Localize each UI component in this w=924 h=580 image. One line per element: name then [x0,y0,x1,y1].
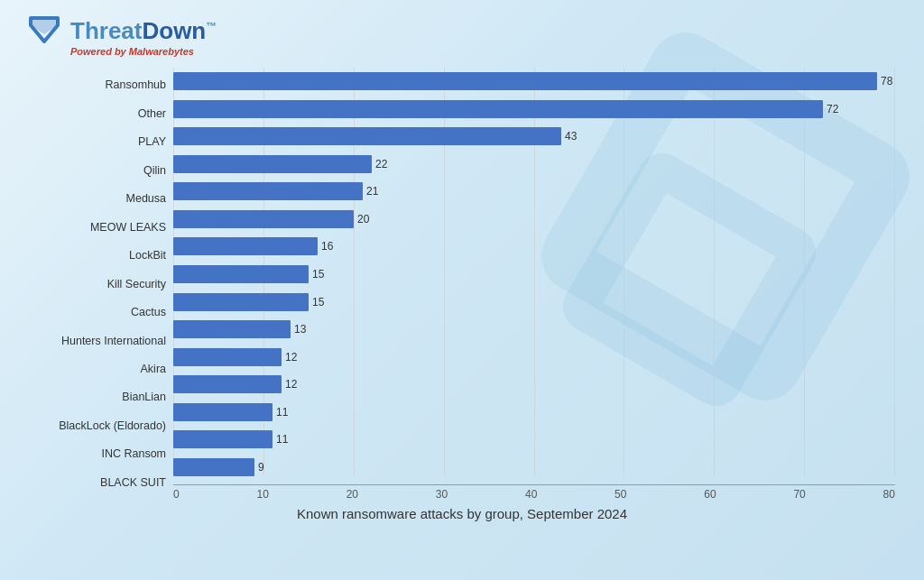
bar-value: 22 [375,158,387,170]
bar-value: 78 [881,75,892,87]
bar-row: 11 [173,400,895,425]
bar [173,72,877,90]
bar [173,430,273,448]
x-tick: 10 [256,488,268,501]
logo-area: ThreatDown™ [27,16,217,45]
x-axis: 01020304050607080 [173,484,895,501]
bar [173,100,823,118]
y-label: LockBit [129,243,166,268]
bar-value: 15 [312,296,324,308]
bar-value: 9 [258,461,264,474]
bar-row: 22 [173,152,895,177]
logo-text: ThreatDown™ [70,17,217,45]
x-tick: 60 [704,488,716,501]
header: ThreatDown™ Powered by Malwarebytes [27,16,897,57]
y-label: BianLian [122,385,166,410]
bar-value: 72 [827,103,838,115]
bar-value: 11 [276,433,288,446]
bar [173,375,282,393]
bar-row: 11 [173,427,895,452]
y-label: Medusa [126,187,166,212]
bar-value: 20 [357,213,369,226]
y-label: MEOW LEAKS [90,215,166,240]
bar-value: 13 [294,323,306,336]
bar-row: 12 [173,372,895,397]
bar [173,403,273,421]
bar-value: 15 [312,268,324,281]
bar-value: 12 [285,378,297,391]
chart-area: RansomhubOtherPLAYQilinMedusaMEOW LEAKSL… [29,68,895,501]
bar-value: 21 [366,185,378,198]
bars-section: 78724322212016151513121211119 0102030405… [173,68,895,501]
main-container: ThreatDown™ Powered by Malwarebytes Rans… [0,0,924,530]
y-label: BLACK SUIT [100,470,166,495]
bar-row: 12 [173,345,895,370]
bar-row: 72 [173,97,895,122]
chart-wrapper: RansomhubOtherPLAYQilinMedusaMEOW LEAKSL… [27,68,897,521]
bar [173,210,354,228]
y-label: Cactus [131,299,166,325]
bar-row: 13 [173,317,895,342]
x-tick: 0 [173,488,180,501]
bar [173,237,318,255]
x-tick: 50 [614,488,626,501]
y-label: Hunters International [61,328,166,354]
bar [173,348,282,366]
bar [173,155,372,173]
bar-value: 12 [285,351,297,364]
bar-row: 15 [173,262,895,287]
bars-container: 78724322212016151513121211119 [173,68,895,484]
y-axis-labels: RansomhubOtherPLAYQilinMedusaMEOW LEAKSL… [29,68,173,501]
x-tick: 40 [525,488,537,501]
powered-by: Powered by Malwarebytes [70,46,194,57]
bar [173,127,561,145]
bar [173,182,363,200]
x-tick: 20 [346,488,358,501]
bar-row: 15 [173,290,895,315]
bar-value: 43 [565,130,577,143]
y-label: Other [138,101,166,126]
bar [173,320,291,338]
y-label: BlackLock (Eldorado) [59,413,166,438]
chart-title: Known ransomware attacks by group, Septe… [297,506,627,521]
y-label: INC Ransom [101,442,166,467]
y-label: Kill Security [107,272,166,297]
bar-row: 20 [173,207,895,232]
bar [173,458,254,476]
bar [173,265,309,283]
x-tick: 80 [883,488,895,501]
y-label: Ransomhub [106,73,166,98]
bar-row: 78 [173,69,895,94]
logo-icon [27,16,61,45]
bar-value: 16 [321,240,333,253]
x-tick: 70 [793,488,805,501]
bar-row: 21 [173,179,895,204]
y-label: Akira [141,356,166,382]
bar-row: 43 [173,124,895,149]
bar [173,293,309,311]
bar-row: 9 [173,455,895,480]
y-label: Qilin [143,158,166,183]
bar-row: 16 [173,234,895,259]
bar-value: 11 [276,406,288,419]
x-tick: 30 [436,488,448,501]
y-label: PLAY [138,130,166,155]
